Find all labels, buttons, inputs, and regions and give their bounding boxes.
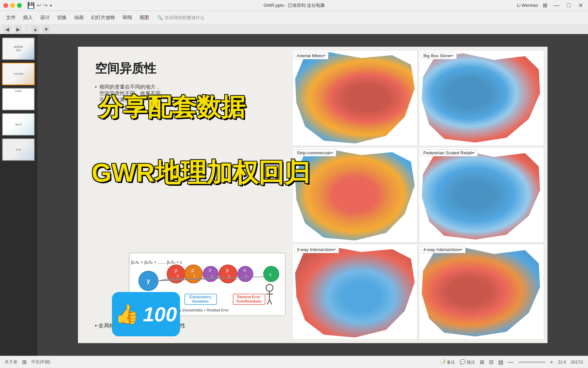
svg-text:Term/Residuals: Term/Residuals — [236, 300, 262, 303]
svg-text:ε: ε — [270, 272, 272, 277]
svg-text:Variables: Variables — [192, 299, 209, 303]
svg-line-35 — [267, 300, 270, 304]
window-controls[interactable]: 💾 ↩ ↪ ▾ — [3, 2, 52, 9]
map-4way-label: 4-way Intersection↵ — [421, 246, 466, 253]
menu-slideshow[interactable]: 幻灯片放映 — [88, 13, 118, 22]
map-pedestrian-retail: Pedestrian Scaled Retail↵ — [419, 147, 544, 243]
map-3-overlay — [293, 148, 417, 243]
overlay-text-share: 分享配套数据 — [98, 91, 245, 124]
slide-thumb-4[interactable]: 地图分析 — [2, 113, 35, 136]
slide-thumb-2[interactable]: 空间异质性 — [2, 63, 35, 85]
slide-thumb-5[interactable]: 统计图 — [2, 138, 35, 161]
overlay-text-gwr: GWR地理加权回归 — [92, 156, 310, 191]
slide-thumb-1[interactable]: 地理加权回归 — [2, 37, 35, 60]
ribbon-btn-1[interactable]: ◀ — [3, 26, 11, 33]
zoom-slider[interactable] — [518, 362, 545, 363]
svg-text:1: 1 — [211, 275, 213, 278]
svg-text:0: 0 — [177, 274, 179, 278]
svg-text:Random Error: Random Error — [237, 295, 260, 299]
close-win-btn[interactable]: ✕ — [577, 2, 585, 9]
map-big-box-label: Big Box Store↵ — [421, 52, 457, 59]
map-3way-label: 3-way Intersection↵ — [294, 246, 339, 253]
svg-text:1: 1 — [194, 274, 196, 278]
thumbs-up-icon: 👍 — [115, 303, 139, 325]
ribbon-toolbar: ◀ ▶ ▲ ▼ — [0, 25, 588, 34]
slide-thumb-3[interactable]: 表格数据 — [2, 88, 35, 110]
ribbon-btn-3[interactable]: ▲ — [32, 26, 39, 33]
more-icon[interactable]: ▾ — [50, 3, 52, 8]
language-status: 中文(中国) — [31, 359, 50, 365]
map-3way-intersection: 3-way Intersection↵ — [292, 244, 418, 340]
map-arterial-miles: Arterial Miles↵ — [292, 50, 418, 146]
slide-panel[interactable]: 地理加权回归 空间异质性 表格数据 地图分析 统计图 — [0, 34, 37, 356]
main-area: 地理加权回归 空间异质性 表格数据 地图分析 统计图 — [0, 34, 588, 356]
like-badge: 👍 100 — [112, 292, 180, 336]
close-button[interactable] — [3, 3, 8, 8]
comments-label: 批注 — [467, 360, 475, 365]
svg-text:X: X — [209, 268, 211, 273]
search-placeholder: 告诉我你想要做什么 — [165, 15, 205, 21]
user-name: Li Wenhao — [517, 3, 538, 8]
map-big-box: Big Box Store↵ — [419, 50, 544, 146]
menu-file[interactable]: 文件 — [3, 13, 19, 22]
window-title: GWR.pptx - 已保存到 这台电脑 — [263, 2, 324, 9]
menu-review[interactable]: 审阅 — [119, 13, 135, 22]
minimize-button[interactable] — [10, 3, 15, 8]
map-arterial-miles-label: Arterial Miles↵ — [294, 52, 328, 59]
search-bar[interactable]: 🔍 告诉我你想要做什么 — [157, 15, 205, 21]
map-6-overlay — [419, 244, 544, 339]
maximize-win-btn[interactable]: □ — [566, 2, 572, 9]
zoom-out-icon[interactable]: — — [508, 359, 513, 365]
like-count: 100 — [143, 303, 177, 326]
titlebar-right: Li Wenhao ⊞ — □ ✕ — [517, 2, 585, 9]
svg-text:X: X — [243, 268, 246, 273]
maps-grid: Arterial Miles↵ Big Box Store↵ Strip-com… — [289, 47, 548, 343]
svg-point-32 — [266, 285, 273, 291]
notes-btn[interactable]: 📝 备注 — [440, 359, 455, 365]
svg-text:β: β — [175, 268, 178, 273]
menu-insert[interactable]: 插入 — [20, 13, 36, 22]
map-4way-intersection: 4-way Intersection↵ — [419, 244, 544, 340]
svg-text:Y = β₀ + β₁X₁ + β₂X₂ + .......: Y = β₀ + β₁X₁ + β₂X₂ + ....... βₙXₙ + ε — [129, 260, 182, 265]
comments-btn[interactable]: 💬 批注 — [460, 359, 475, 365]
status-bar: 共 5 张 ⊞ 中文(中国) 📝 备注 💬 批注 ⊞ ⊟ ▤ — + 21:4 … — [0, 356, 588, 368]
menu-design[interactable]: 设计 — [37, 13, 53, 22]
svg-line-36 — [270, 300, 272, 304]
redo-icon[interactable]: ↪ — [43, 2, 48, 9]
svg-text:β: β — [226, 268, 229, 273]
map-1-overlay — [293, 50, 417, 145]
map-5-overlay — [293, 244, 417, 339]
zoom-in-icon[interactable]: + — [550, 359, 553, 365]
date-display: 2017/1 — [571, 360, 583, 365]
title-bar: 💾 ↩ ↪ ▾ GWR.pptx - 已保存到 这台电脑 Li Wenhao ⊞… — [0, 0, 588, 11]
layout-icon[interactable]: ⊞ — [543, 2, 547, 9]
statusbar-left: 共 5 张 ⊞ 中文(中国) — [5, 359, 50, 365]
map-pedestrian-retail-label: Pedestrian Scaled Retail↵ — [421, 149, 478, 156]
svg-text:β: β — [191, 268, 194, 273]
minimize-win-btn[interactable]: — — [552, 2, 561, 9]
view-reading-icon[interactable]: ▤ — [498, 359, 503, 365]
view-normal-icon[interactable]: ⊞ — [480, 359, 484, 365]
menu-bar: 文件 插入 设计 切换 动画 幻灯片放映 审阅 视图 🔍 告诉我你想要做什么 — [0, 11, 588, 25]
map-strip-commercial-label: Strip-commercial↵ — [294, 149, 336, 156]
notes-label: 备注 — [447, 360, 455, 365]
search-icon: 🔍 — [157, 15, 163, 20]
slide-left: 空间异质性 • 相同的变量在不同的地方，空间异质性不同，效果不同，不同，效果也不… — [78, 47, 289, 343]
time-display: 21:4 — [558, 360, 566, 365]
menu-transitions[interactable]: 切换 — [54, 13, 70, 22]
ribbon-btn-2[interactable]: ▶ — [14, 26, 22, 33]
svg-text:y: y — [147, 277, 150, 284]
map-4-overlay — [419, 148, 544, 243]
undo-icon[interactable]: ↩ — [37, 2, 41, 9]
main-slide: 空间异质性 • 相同的变量在不同的地方，空间异质性不同，效果不同，不同，效果也不… — [78, 47, 548, 343]
save-icon[interactable]: 💾 — [27, 2, 35, 9]
map-strip-commercial: Strip-commercial↵ — [292, 147, 418, 243]
svg-text:Explanatory: Explanatory — [190, 295, 212, 299]
layout-icon-status[interactable]: ⊞ — [22, 359, 27, 365]
view-grid-icon[interactable]: ⊟ — [489, 359, 493, 365]
menu-view[interactable]: 视图 — [136, 13, 152, 22]
maximize-button[interactable] — [17, 3, 22, 8]
menu-animations[interactable]: 动画 — [71, 13, 87, 22]
ribbon-btn-4[interactable]: ▼ — [43, 26, 50, 33]
content-area: 空间异质性 • 相同的变量在不同的地方，空间异质性不同，效果不同，不同，效果也不… — [37, 34, 588, 356]
